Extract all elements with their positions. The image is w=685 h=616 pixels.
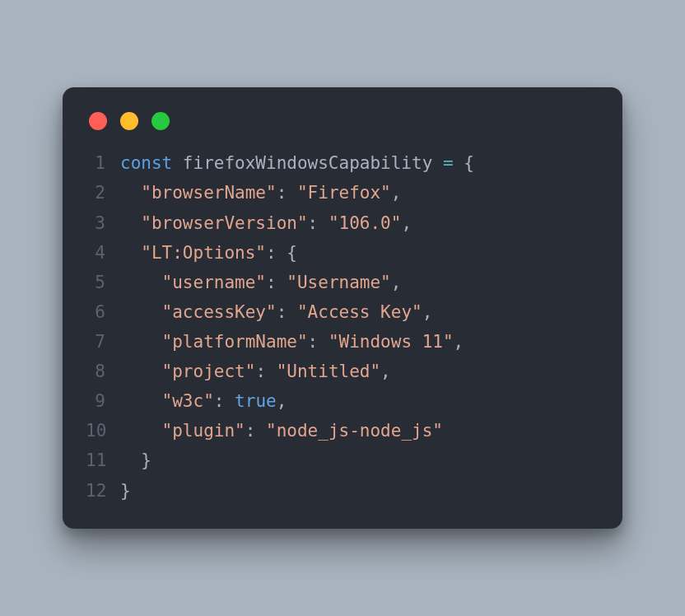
line-number: 1 xyxy=(86,148,120,178)
indent xyxy=(120,243,141,263)
code-line: 8 "project": "Untitled", xyxy=(86,357,599,386)
line-number: 6 xyxy=(86,297,120,327)
code-token: "Firefox" xyxy=(297,183,391,203)
code-token: "Untitled" xyxy=(277,362,380,381)
code-token: "node_js-node_js" xyxy=(266,421,443,441)
code-token: firefoxWindowsCapability xyxy=(172,153,443,173)
indent xyxy=(120,213,141,233)
close-icon[interactable] xyxy=(89,112,107,130)
line-number: 7 xyxy=(86,327,120,357)
line-number: 11 xyxy=(86,446,120,475)
line-number: 12 xyxy=(86,476,120,506)
code-token: : { xyxy=(266,243,297,263)
code-block: 1const firefoxWindowsCapability = {2 "br… xyxy=(86,148,599,505)
code-token: , xyxy=(422,302,433,322)
code-token: "project" xyxy=(162,362,256,381)
code-token: "username" xyxy=(162,273,266,292)
code-line: 1const firefoxWindowsCapability = { xyxy=(86,148,599,178)
code-content: } xyxy=(120,476,599,506)
indent xyxy=(120,332,162,352)
code-token: "Username" xyxy=(287,273,390,292)
code-token: const xyxy=(120,153,172,173)
code-line: 9 "w3c": true, xyxy=(86,386,599,416)
line-number: 2 xyxy=(86,178,120,208)
indent xyxy=(120,450,141,470)
code-token: , xyxy=(391,183,402,203)
code-token: "accessKey" xyxy=(162,302,277,322)
code-token: "browserVersion" xyxy=(141,213,307,233)
code-content: "LT:Options": { xyxy=(120,238,599,268)
code-token: = xyxy=(443,153,454,173)
code-token: : xyxy=(277,302,297,322)
line-number: 4 xyxy=(86,238,120,268)
line-number: 5 xyxy=(86,268,120,297)
code-content: "plugin": "node_js-node_js" xyxy=(120,416,599,446)
code-content: "platformName": "Windows 11", xyxy=(120,327,599,357)
code-token: } xyxy=(141,450,151,470)
code-token: , xyxy=(454,332,464,352)
code-token: "106.0" xyxy=(329,213,402,233)
code-token: , xyxy=(391,273,402,292)
indent xyxy=(120,302,162,322)
window-controls xyxy=(86,107,599,148)
code-token: "LT:Options" xyxy=(141,243,266,263)
code-token: "browserName" xyxy=(141,183,276,203)
zoom-icon[interactable] xyxy=(151,112,170,130)
code-content: "w3c": true, xyxy=(120,386,599,416)
code-line: 6 "accessKey": "Access Key", xyxy=(86,297,599,327)
line-number: 3 xyxy=(86,208,120,238)
code-token: "w3c" xyxy=(162,391,214,411)
code-line: 2 "browserName": "Firefox", xyxy=(86,178,599,208)
code-window: 1const firefoxWindowsCapability = {2 "br… xyxy=(63,87,622,528)
code-token: : xyxy=(277,183,297,203)
code-token: : xyxy=(266,273,287,292)
code-line: 3 "browserVersion": "106.0", xyxy=(86,208,599,238)
code-content: "accessKey": "Access Key", xyxy=(120,297,599,327)
code-line: 12} xyxy=(86,476,599,506)
code-token: "Access Key" xyxy=(297,302,422,322)
code-content: "browserName": "Firefox", xyxy=(120,178,599,208)
code-content: const firefoxWindowsCapability = { xyxy=(120,148,599,178)
code-line: 5 "username": "Username", xyxy=(86,268,599,297)
code-token: : xyxy=(245,421,266,441)
code-token: : xyxy=(308,213,329,233)
line-number: 9 xyxy=(86,386,120,416)
code-token: : xyxy=(308,332,329,352)
indent xyxy=(120,183,141,203)
code-line: 4 "LT:Options": { xyxy=(86,238,599,268)
code-token: "platformName" xyxy=(162,332,308,352)
code-token: , xyxy=(401,213,412,233)
code-token: "plugin" xyxy=(162,421,245,441)
code-content: "username": "Username", xyxy=(120,268,599,297)
code-token: : xyxy=(255,362,276,381)
indent xyxy=(120,362,162,381)
code-token: "Windows 11" xyxy=(329,332,454,352)
indent xyxy=(120,391,162,411)
minimize-icon[interactable] xyxy=(120,112,138,130)
indent xyxy=(120,421,162,441)
indent xyxy=(120,273,162,292)
code-token: , xyxy=(277,391,287,411)
code-token xyxy=(454,153,464,173)
code-token: : xyxy=(214,391,235,411)
code-line: 7 "platformName": "Windows 11", xyxy=(86,327,599,357)
code-content: "browserVersion": "106.0", xyxy=(120,208,599,238)
code-content: "project": "Untitled", xyxy=(120,357,599,386)
line-number: 10 xyxy=(86,416,120,446)
code-token: } xyxy=(120,481,131,501)
code-line: 11 } xyxy=(86,446,599,475)
line-number: 8 xyxy=(86,357,120,386)
code-token: { xyxy=(464,153,474,173)
code-line: 10 "plugin": "node_js-node_js" xyxy=(86,416,599,446)
code-content: } xyxy=(120,446,599,475)
code-token: , xyxy=(380,362,391,381)
code-token: true xyxy=(235,391,277,411)
